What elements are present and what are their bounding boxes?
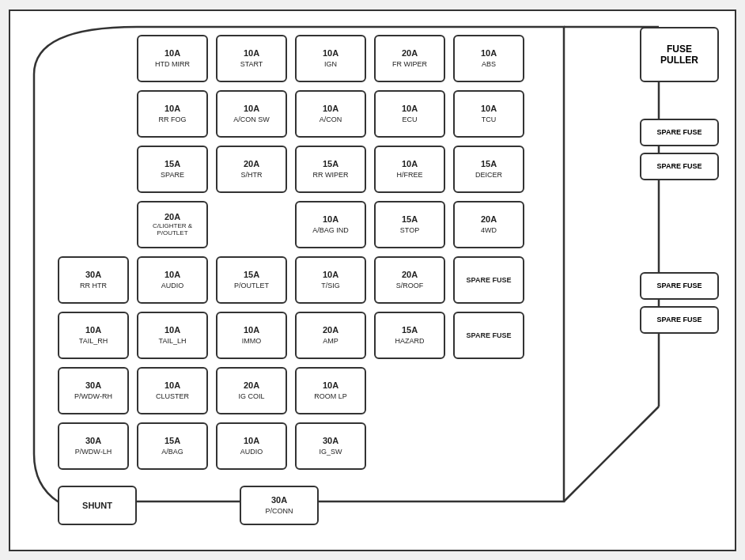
fuse-pwdw-lh: 30AP/WDW-LH bbox=[58, 422, 129, 470]
fuse-spare3: SPARE FUSE bbox=[453, 312, 524, 359]
fuse-pwdw-rh: 30AP/WDW-RH bbox=[58, 367, 129, 414]
fuse-ign: 10AIGN bbox=[295, 35, 366, 82]
fuse-immo: 10AIMMO bbox=[216, 312, 287, 359]
fuse-poutlet: 15AP/OUTLET bbox=[216, 256, 287, 304]
fuse-rr-fog: 10ARR FOG bbox=[137, 90, 208, 138]
fuse-tsig: 10AT/SIG bbox=[295, 256, 366, 304]
fuse-deicer: 15ADEICER bbox=[453, 146, 524, 193]
fuse-amp: 20AAMP bbox=[295, 312, 366, 359]
fuse-spare1: 15ASPARE bbox=[137, 146, 208, 193]
diagram-container: 10AHTD MIRR10ASTART10AIGN20AFR WIPER10AA… bbox=[9, 9, 736, 551]
fuse-room-lp: 10AROOM LP bbox=[295, 367, 366, 414]
fuse-hfree: 10AH/FREE bbox=[374, 146, 445, 193]
fuse-puller: FUSE PULLER bbox=[640, 27, 719, 82]
fuse-tail-rh: 10ATAIL_RH bbox=[58, 312, 129, 359]
spare-fuse-4: SPARE FUSE bbox=[640, 306, 719, 334]
fuse-sroof: 20AS/ROOF bbox=[374, 256, 445, 304]
fuse-ig-sw: 30AIG_SW bbox=[295, 422, 366, 470]
fuse-clighter: 20AC/LIGHTER & P/OUTLET bbox=[137, 201, 208, 248]
fuse-abag2: 15AA/BAG bbox=[137, 422, 208, 470]
fuse-shunt: SHUNT bbox=[58, 486, 137, 525]
fuse-pconn: 30AP/CONN bbox=[240, 486, 319, 525]
fuse-audio1: 10AAUDIO bbox=[137, 256, 208, 304]
fuse-spare2: SPARE FUSE bbox=[453, 256, 524, 304]
fuse-abag-ind: 10AA/BAG IND bbox=[295, 201, 366, 248]
fuse-acon: 10AA/CON bbox=[295, 90, 366, 138]
fuse-acon-sw: 10AA/CON SW bbox=[216, 90, 287, 138]
fuse-fr-wiper: 20AFR WIPER bbox=[374, 35, 445, 82]
spare-fuse-2: SPARE FUSE bbox=[640, 153, 719, 180]
fuse-tcu: 10ATCU bbox=[453, 90, 524, 138]
fuse-ig-coil: 20AIG COIL bbox=[216, 367, 287, 414]
fuse-grid: 10AHTD MIRR10ASTART10AIGN20AFR WIPER10AA… bbox=[10, 11, 735, 550]
fuse-tail-lh: 10ATAIL_LH bbox=[137, 312, 208, 359]
fuse-hazard: 15AHAZARD bbox=[374, 312, 445, 359]
fuse-stop: 15ASTOP bbox=[374, 201, 445, 248]
right-panel: FUSE PULLER SPARE FUSE SPARE FUSE SPARE … bbox=[640, 27, 723, 334]
fuse-shtr: 20AS/HTR bbox=[216, 146, 287, 193]
fuse-htd-mirr: 10AHTD MIRR bbox=[137, 35, 208, 82]
fuse-audio2: 10AAUDIO bbox=[216, 422, 287, 470]
fuse-abs: 10AABS bbox=[453, 35, 524, 82]
fuse-cluster: 10ACLUSTER bbox=[137, 367, 208, 414]
fuse-rr-wiper: 15ARR WIPER bbox=[295, 146, 366, 193]
fuse-start: 10ASTART bbox=[216, 35, 287, 82]
fuse-rr-htr: 30ARR HTR bbox=[58, 256, 129, 304]
fuse-4wd: 20A4WD bbox=[453, 201, 524, 248]
spare-fuse-3: SPARE FUSE bbox=[640, 272, 719, 300]
spare-fuse-1: SPARE FUSE bbox=[640, 119, 719, 146]
fuse-ecu: 10AECU bbox=[374, 90, 445, 138]
